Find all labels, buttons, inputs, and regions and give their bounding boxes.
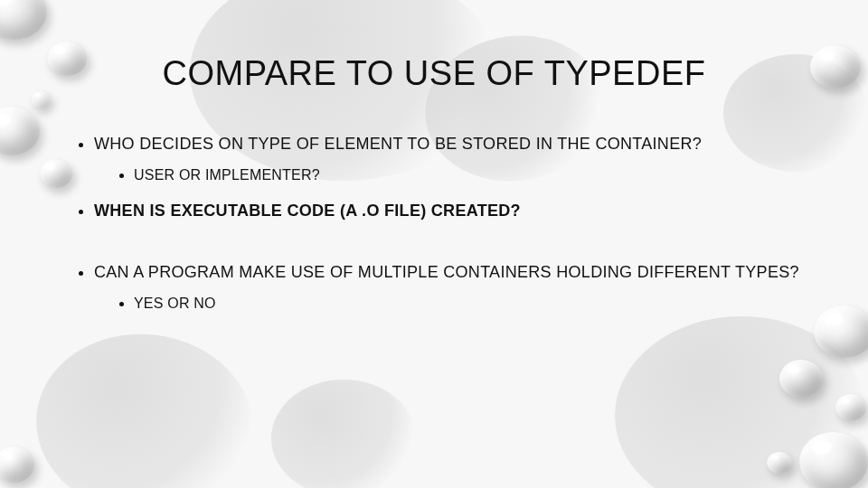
water-drop-icon xyxy=(0,446,34,483)
sub-list: YES OR NO xyxy=(94,294,805,314)
list-item: CAN A PROGRAM MAKE USE OF MULTIPLE CONTA… xyxy=(94,261,805,314)
list-item-text: WHO DECIDES ON TYPE OF ELEMENT TO BE STO… xyxy=(94,135,702,153)
water-drop-icon xyxy=(835,394,866,421)
background-blob xyxy=(271,380,416,488)
list-item-text: WHEN IS EXECUTABLE CODE (A .O FILE) CREA… xyxy=(94,202,521,220)
slide: COMPARE TO USE OF TYPEDEF WHO DECIDES ON… xyxy=(0,0,868,488)
sub-list-item: USER OR IMPLEMENTER? xyxy=(134,165,805,185)
sub-list-item: YES OR NO xyxy=(134,294,805,314)
water-drop-icon xyxy=(767,452,792,474)
list-item: WHEN IS EXECUTABLE CODE (A .O FILE) CREA… xyxy=(94,200,805,221)
list-item-text: CAN A PROGRAM MAKE USE OF MULTIPLE CONTA… xyxy=(94,263,799,281)
water-drop-icon xyxy=(779,360,823,398)
background-blob xyxy=(27,324,262,488)
slide-content: COMPARE TO USE OF TYPEDEF WHO DECIDES ON… xyxy=(0,0,868,314)
slide-title: COMPARE TO USE OF TYPEDEF xyxy=(63,54,805,93)
sub-list: USER OR IMPLEMENTER? xyxy=(94,165,805,185)
bullet-list: WHO DECIDES ON TYPE OF ELEMENT TO BE STO… xyxy=(63,133,805,314)
background-blob xyxy=(615,316,868,488)
water-drop-icon xyxy=(799,432,868,488)
list-item: WHO DECIDES ON TYPE OF ELEMENT TO BE STO… xyxy=(94,133,805,185)
